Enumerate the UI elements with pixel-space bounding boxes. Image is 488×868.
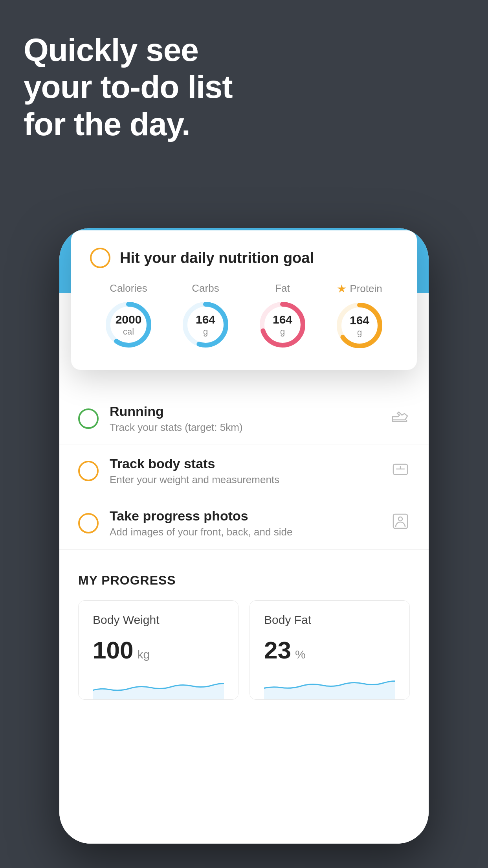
body-fat-label: Body Fat	[264, 613, 395, 627]
body-weight-label: Body Weight	[93, 613, 224, 627]
body-stats-text: Track body stats Enter your weight and m…	[110, 456, 380, 486]
body-weight-chart	[93, 672, 224, 699]
body-weight-value: 100	[93, 636, 133, 664]
calories-label: Calories	[110, 282, 147, 294]
person-icon	[391, 512, 410, 535]
body-fat-unit: %	[295, 648, 306, 661]
star-icon: ★	[337, 282, 347, 295]
photos-text: Take progress photos Add images of your …	[110, 508, 380, 538]
running-subtitle: Track your stats (target: 5km)	[110, 421, 380, 434]
content-area: THINGS TO DO TODAY Hit your daily nutrit…	[59, 293, 429, 844]
body-fat-card: Body Fat 23 %	[250, 600, 410, 700]
progress-title: MY PROGRESS	[78, 573, 410, 588]
photos-checkbox[interactable]	[78, 513, 99, 533]
nutrition-protein: ★ Protein 164 g	[334, 282, 385, 351]
photos-title: Take progress photos	[110, 508, 380, 524]
todo-photos[interactable]: Take progress photos Add images of your …	[59, 497, 429, 550]
carbs-donut: 164 g	[180, 299, 231, 350]
todo-running[interactable]: Running Track your stats (target: 5km)	[59, 393, 429, 445]
todo-list: Running Track your stats (target: 5km) T…	[59, 393, 429, 550]
photos-subtitle: Add images of your front, back, and side	[110, 526, 380, 538]
nutrition-card-title: Hit your daily nutrition goal	[120, 250, 314, 267]
scale-icon	[391, 461, 410, 481]
phone-mockup: 9:41 Da	[59, 228, 429, 844]
svg-point-10	[398, 517, 402, 521]
carbs-label: Carbs	[192, 282, 219, 294]
body-stats-title: Track body stats	[110, 456, 380, 471]
nutrition-fat: Fat 164 g	[257, 282, 308, 350]
headline-line1: Quickly see	[24, 31, 233, 68]
fat-label: Fat	[275, 282, 290, 294]
headline: Quickly see your to-do list for the day.	[24, 31, 233, 143]
shoe-icon	[391, 409, 410, 428]
progress-cards: Body Weight 100 kg Body Fat	[78, 600, 410, 700]
nutrition-carbs: Carbs 164 g	[180, 282, 231, 350]
fat-donut: 164 g	[257, 299, 308, 350]
nutrition-card: Hit your daily nutrition goal Calories 2…	[71, 230, 417, 370]
nutrition-calories: Calories 2000 cal	[103, 282, 154, 350]
my-progress-section: MY PROGRESS Body Weight 100 kg	[59, 550, 429, 719]
headline-line2: your to-do list	[24, 68, 233, 105]
protein-donut: 164 g	[334, 300, 385, 351]
calories-donut: 2000 cal	[103, 299, 154, 350]
protein-label: ★ Protein	[337, 282, 382, 295]
body-stats-checkbox[interactable]	[78, 461, 99, 481]
nutrition-row: Calories 2000 cal Carbs	[90, 282, 398, 351]
body-fat-chart	[264, 672, 395, 699]
body-stats-subtitle: Enter your weight and measurements	[110, 474, 380, 486]
running-checkbox[interactable]	[78, 408, 99, 429]
running-text: Running Track your stats (target: 5km)	[110, 404, 380, 434]
body-fat-value: 23	[264, 636, 291, 664]
headline-line3: for the day.	[24, 106, 233, 143]
nutrition-checkbox[interactable]	[90, 248, 110, 268]
body-weight-card: Body Weight 100 kg	[78, 600, 238, 700]
body-weight-unit: kg	[137, 648, 150, 661]
todo-body-stats[interactable]: Track body stats Enter your weight and m…	[59, 445, 429, 497]
running-title: Running	[110, 404, 380, 419]
